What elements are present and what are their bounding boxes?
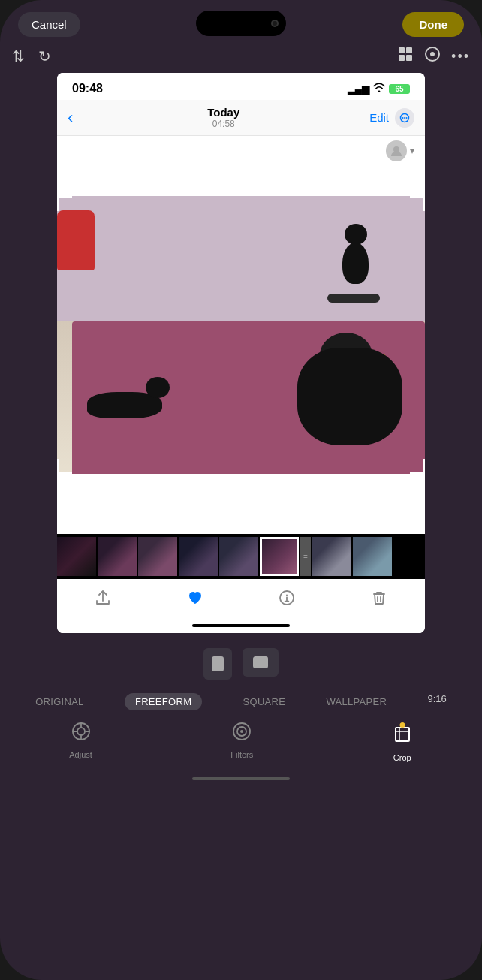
flip-icon[interactable]: ⇅ [12, 47, 25, 65]
done-button[interactable]: Done [402, 12, 464, 37]
scale [327, 294, 380, 303]
svg-point-12 [286, 595, 288, 596]
cancel-button[interactable]: Cancel [18, 12, 80, 37]
rotate-icon[interactable]: ↻ [38, 47, 51, 65]
backpack [57, 210, 95, 270]
more-button[interactable] [395, 108, 414, 128]
adjust-label: Adjust [69, 750, 92, 759]
svg-rect-0 [399, 47, 405, 53]
message-space [57, 166, 425, 196]
svg-rect-20 [396, 728, 409, 741]
status-bar: 09:48 ▂▄▆ 65 [57, 73, 425, 100]
like-button[interactable] [175, 586, 215, 614]
svg-rect-2 [399, 55, 405, 61]
strip-thumb-6-selected[interactable] [260, 537, 299, 576]
strip-thumb-7[interactable] [312, 537, 351, 576]
markup-icon[interactable] [424, 46, 441, 67]
phone-shell: Cancel Done ⇅ ↻ ••• [0, 0, 482, 980]
contact-avatar[interactable] [386, 140, 407, 161]
edit-button[interactable]: Edit [369, 111, 389, 124]
contact-row: ▾ [57, 136, 425, 166]
chevron-down-icon: ▾ [410, 146, 414, 156]
filters-icon [231, 721, 252, 747]
nav-item-adjust[interactable]: Adjust [69, 721, 92, 762]
phone-bottom-line [192, 777, 290, 780]
phone-screen: 09:48 ▂▄▆ 65 ‹ Today 04:58 [57, 73, 425, 633]
cat-front-body [297, 348, 402, 445]
nav-item-filters[interactable]: Filters [230, 721, 253, 762]
signal-icon: ▂▄▆ [348, 83, 369, 95]
crop-tools-area: ORIGINAL FREEFORM SQUARE WALLPAPER 9:16 … [0, 641, 482, 771]
layout-icon[interactable] [397, 46, 414, 67]
svg-point-7 [402, 117, 404, 119]
action-bar [57, 579, 425, 621]
photo-strip[interactable]: = [57, 534, 425, 579]
filters-label: Filters [230, 750, 253, 759]
crop-mode-original[interactable]: ORIGINAL [35, 693, 84, 710]
nav-item-crop[interactable]: Crop [392, 721, 413, 762]
cat-front [290, 325, 410, 460]
strip-thumb-5[interactable] [219, 537, 258, 576]
share-button[interactable] [83, 586, 123, 614]
header-actions: Edit [369, 108, 414, 128]
svg-point-19 [240, 730, 243, 733]
bottom-white-space [57, 474, 425, 534]
crop-mode-square[interactable]: SQUARE [243, 693, 286, 710]
back-button[interactable]: ‹ [68, 108, 73, 128]
cat-photo [57, 196, 425, 474]
svg-point-5 [430, 52, 435, 56]
svg-point-9 [406, 117, 408, 119]
svg-point-8 [404, 117, 405, 119]
camera-dot [271, 20, 279, 27]
strip-thumb-2[interactable] [98, 537, 137, 576]
crop-icon [392, 724, 413, 750]
svg-point-16 [77, 728, 85, 735]
adjust-icon [71, 721, 92, 747]
editing-toolbar: ⇅ ↻ ••• [0, 43, 482, 70]
wifi-icon [373, 83, 385, 95]
crop-active-dot [399, 722, 405, 728]
crop-label: Crop [393, 753, 411, 762]
cat-sitting [339, 224, 372, 284]
status-icons: ▂▄▆ 65 [348, 83, 410, 95]
conversation-time: 04:58 [77, 119, 369, 129]
home-indicator [57, 621, 425, 633]
cat-sitting-head [345, 224, 367, 245]
strip-thumb-separator: = [300, 537, 311, 576]
battery-icon: 65 [389, 84, 410, 94]
strip-thumb-4[interactable] [179, 537, 218, 576]
crop-mode-916[interactable]: 9:16 [428, 693, 447, 710]
strip-thumb-8[interactable] [353, 537, 392, 576]
header-center: Today 04:58 [77, 106, 369, 129]
svg-rect-1 [406, 47, 412, 53]
trash-button[interactable] [359, 586, 399, 614]
portrait-toggle[interactable] [203, 648, 232, 680]
landscape-toggle[interactable] [243, 648, 279, 677]
crop-modes: ORIGINAL FREEFORM SQUARE WALLPAPER 9:16 [0, 689, 482, 715]
dynamic-island [196, 11, 286, 36]
crop-mode-wallpaper[interactable]: WALLPAPER [327, 693, 387, 710]
cat-lying-head [146, 377, 170, 398]
svg-rect-3 [406, 55, 412, 61]
crop-mode-freeform[interactable]: FREEFORM [125, 693, 202, 710]
strip-thumb-1[interactable] [57, 537, 96, 576]
cat-sitting-body [342, 243, 369, 284]
photo-background [57, 196, 425, 474]
bottom-nav: Adjust Filters [0, 715, 482, 771]
phone-bottom-bar [0, 771, 482, 795]
home-bar [192, 624, 290, 627]
messages-header: ‹ Today 04:58 Edit [57, 100, 425, 136]
strip-thumb-3[interactable] [138, 537, 177, 576]
svg-point-10 [393, 146, 399, 152]
status-time: 09:48 [72, 82, 103, 95]
info-button[interactable] [267, 586, 307, 614]
cat-lying [80, 373, 170, 418]
conversation-title: Today [77, 106, 369, 119]
more-options-icon[interactable]: ••• [451, 49, 470, 65]
orientation-toggles [203, 648, 279, 680]
